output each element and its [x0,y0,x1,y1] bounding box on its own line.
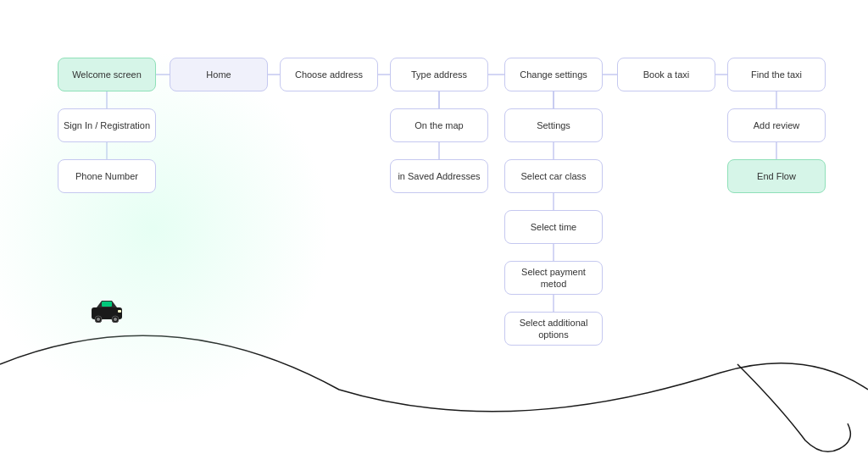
svg-rect-19 [102,302,112,307]
node-phone: Phone Number [58,159,156,193]
node-welcome: Welcome screen [58,58,156,91]
node-signin: Sign In / Registration [58,108,156,142]
node-home: Home [170,58,268,91]
node-settings: Settings [504,108,603,142]
node-choose_address: Choose address [280,58,378,91]
node-end_flow: End Flow [727,159,826,193]
node-add_review: Add review [727,108,826,142]
background-glow [0,51,331,407]
node-on_the_map: On the map [390,108,488,142]
svg-point-23 [114,318,117,321]
node-select_payment: Select payment metod [504,261,603,295]
svg-point-22 [97,318,100,321]
node-find_taxi: Find the taxi [727,58,826,91]
node-in_saved: in Saved Addresses [390,159,488,193]
node-select_car_class: Select car class [504,159,603,193]
svg-rect-24 [118,310,121,313]
node-type_address: Type address [390,58,488,91]
node-book_taxi: Book a taxi [617,58,715,91]
node-select_additional: Select additional options [504,312,603,346]
car-icon [90,299,124,323]
node-change_settings: Change settings [504,58,603,91]
node-select_time: Select time [504,210,603,244]
